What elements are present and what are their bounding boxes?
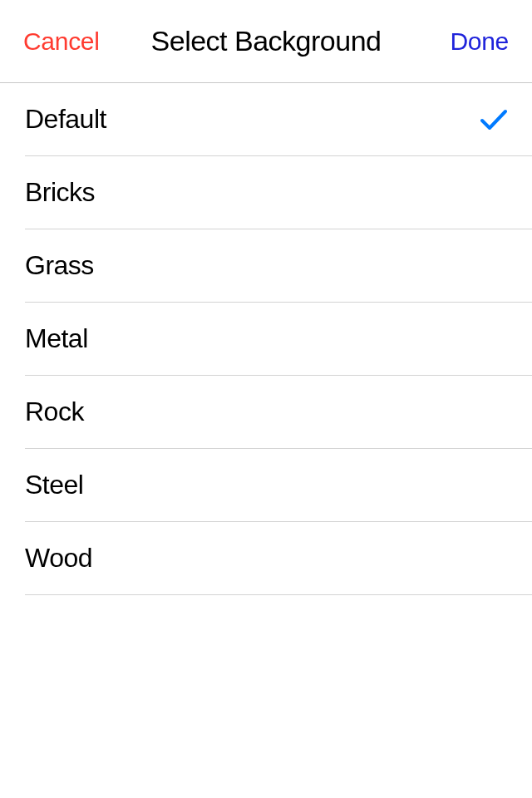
background-list: Default Bricks Grass Metal Rock Steel xyxy=(0,83,532,595)
list-item-label: Grass xyxy=(25,250,507,281)
list-item[interactable]: Bricks xyxy=(25,156,532,229)
list-item[interactable]: Wood xyxy=(25,522,532,595)
page-title: Select Background xyxy=(151,25,382,57)
checkmark-icon xyxy=(480,109,507,131)
list-item-label: Bricks xyxy=(25,177,507,208)
navbar: Cancel Select Background Done xyxy=(0,0,532,83)
done-button[interactable]: Done xyxy=(450,27,509,56)
list-item[interactable]: Default xyxy=(25,83,532,156)
list-item-label: Steel xyxy=(25,470,507,500)
list-item[interactable]: Metal xyxy=(25,303,532,376)
list-item-label: Wood xyxy=(25,543,507,574)
list-item[interactable]: Rock xyxy=(25,376,532,449)
list-item-label: Default xyxy=(25,104,480,135)
list-item-label: Metal xyxy=(25,323,507,354)
list-item[interactable]: Grass xyxy=(25,229,532,303)
list-item-label: Rock xyxy=(25,397,507,427)
cancel-button[interactable]: Cancel xyxy=(23,27,100,56)
list-item[interactable]: Steel xyxy=(25,449,532,522)
